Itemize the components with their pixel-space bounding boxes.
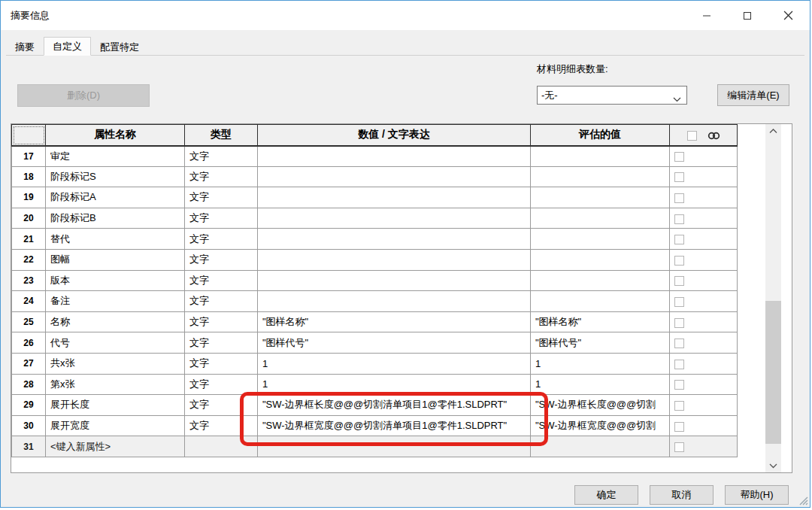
value-expression-cell[interactable] bbox=[258, 291, 531, 312]
type-cell[interactable]: 文字 bbox=[185, 208, 258, 229]
vertical-scrollbar[interactable] bbox=[765, 124, 781, 472]
resize-grip[interactable] bbox=[797, 494, 808, 505]
type-cell[interactable]: 文字 bbox=[185, 166, 258, 187]
row-number-cell[interactable]: 24 bbox=[12, 291, 46, 312]
row-number-cell[interactable]: 17 bbox=[12, 146, 46, 167]
row-number-cell[interactable]: 20 bbox=[12, 208, 46, 229]
property-name-cell[interactable]: 版本 bbox=[46, 270, 185, 291]
header-value-expression[interactable]: 数值 / 文字表达 bbox=[258, 125, 531, 146]
tab-config-specific[interactable]: 配置特定 bbox=[91, 39, 148, 55]
type-cell[interactable]: 文字 bbox=[185, 229, 258, 250]
row-number-cell[interactable]: 21 bbox=[12, 229, 46, 250]
property-name-cell[interactable]: 替代 bbox=[46, 229, 185, 250]
delete-button[interactable]: 删除(D) bbox=[17, 84, 150, 107]
row-number-cell[interactable]: 19 bbox=[12, 187, 46, 208]
type-cell[interactable] bbox=[185, 436, 258, 457]
value-expression-cell[interactable] bbox=[258, 229, 531, 250]
header-link-column[interactable] bbox=[670, 125, 738, 146]
header-type[interactable]: 类型 bbox=[185, 125, 258, 146]
row-number-cell[interactable]: 28 bbox=[12, 374, 46, 395]
scroll-up-button[interactable] bbox=[765, 124, 781, 138]
type-cell[interactable]: 文字 bbox=[185, 374, 258, 395]
close-button[interactable] bbox=[768, 1, 808, 30]
scroll-down-button[interactable] bbox=[765, 459, 781, 472]
link-checkbox[interactable] bbox=[674, 360, 684, 369]
link-checkbox[interactable] bbox=[674, 235, 684, 244]
type-cell[interactable]: 文字 bbox=[185, 415, 258, 436]
tab-custom[interactable]: 自定义 bbox=[44, 37, 91, 56]
link-checkbox[interactable] bbox=[674, 442, 684, 452]
property-name-cell[interactable]: 代号 bbox=[46, 332, 185, 354]
property-name-cell[interactable]: 共x张 bbox=[46, 353, 185, 374]
help-button[interactable]: 帮助(H) bbox=[725, 485, 789, 505]
cancel-button[interactable]: 取消 bbox=[650, 485, 714, 505]
property-name-cell[interactable]: 阶段标记S bbox=[46, 166, 185, 187]
scrollbar-thumb[interactable] bbox=[765, 301, 781, 444]
row-number-cell[interactable]: 27 bbox=[12, 353, 46, 374]
link-checkbox[interactable] bbox=[674, 256, 684, 266]
header-evaluated-value[interactable]: 评估的值 bbox=[531, 125, 670, 146]
value-expression-cell[interactable] bbox=[258, 166, 531, 187]
link-checkbox[interactable] bbox=[674, 214, 684, 224]
value-expression-cell[interactable]: 1 bbox=[258, 353, 531, 374]
header-property-name[interactable]: 属性名称 bbox=[46, 125, 185, 146]
minimize-button[interactable] bbox=[686, 1, 727, 30]
property-name-cell[interactable]: 阶段标记B bbox=[46, 208, 185, 229]
header-checkbox[interactable] bbox=[687, 131, 697, 141]
link-checkbox[interactable] bbox=[674, 380, 684, 390]
property-name-cell[interactable]: 展开长度 bbox=[46, 395, 185, 416]
property-name-cell[interactable]: <键入新属性> bbox=[46, 436, 185, 457]
link-checkbox[interactable] bbox=[674, 401, 684, 411]
evaluated-value-cell bbox=[531, 291, 670, 312]
property-name-cell[interactable]: 图幅 bbox=[46, 249, 185, 270]
type-cell[interactable]: 文字 bbox=[185, 270, 258, 291]
property-name-cell[interactable]: 展开宽度 bbox=[46, 415, 185, 436]
type-cell[interactable]: 文字 bbox=[185, 187, 258, 208]
link-checkbox[interactable] bbox=[674, 318, 684, 328]
row-number-cell[interactable]: 25 bbox=[12, 311, 46, 332]
value-expression-cell[interactable]: 1 bbox=[258, 374, 531, 395]
property-name-cell[interactable]: 审定 bbox=[46, 146, 185, 167]
value-expression-cell[interactable] bbox=[258, 249, 531, 270]
type-cell[interactable]: 文字 bbox=[185, 332, 258, 354]
tab-summary[interactable]: 摘要 bbox=[6, 39, 44, 55]
property-name-cell[interactable]: 名称 bbox=[46, 311, 185, 332]
property-name-cell[interactable]: 备注 bbox=[46, 291, 185, 312]
value-expression-cell[interactable] bbox=[258, 208, 531, 229]
value-expression-cell[interactable]: "图样代号" bbox=[258, 332, 531, 354]
link-checkbox[interactable] bbox=[674, 338, 684, 348]
property-name-cell[interactable]: 阶段标记A bbox=[46, 187, 185, 208]
row-number-cell[interactable]: 18 bbox=[12, 166, 46, 187]
maximize-button[interactable] bbox=[727, 1, 768, 30]
edit-list-button[interactable]: 编辑清单(E) bbox=[717, 84, 789, 106]
link-checkbox[interactable] bbox=[674, 297, 684, 307]
type-cell[interactable]: 文字 bbox=[185, 395, 258, 416]
type-cell[interactable]: 文字 bbox=[185, 291, 258, 312]
header-corner-cell[interactable] bbox=[12, 125, 46, 146]
value-expression-cell[interactable] bbox=[258, 187, 531, 208]
link-checkbox[interactable] bbox=[674, 172, 684, 182]
link-checkbox[interactable] bbox=[674, 152, 684, 162]
row-number-cell[interactable]: 22 bbox=[12, 249, 46, 270]
row-number-cell[interactable]: 23 bbox=[12, 270, 46, 291]
value-expression-cell[interactable]: "图样名称" bbox=[258, 311, 531, 332]
value-expression-cell[interactable] bbox=[258, 436, 531, 457]
type-cell[interactable]: 文字 bbox=[185, 311, 258, 332]
type-cell[interactable]: 文字 bbox=[185, 146, 258, 167]
row-number-cell[interactable]: 29 bbox=[12, 395, 46, 416]
row-number-cell[interactable]: 30 bbox=[12, 415, 46, 436]
type-cell[interactable]: 文字 bbox=[185, 249, 258, 270]
link-checkbox[interactable] bbox=[674, 193, 684, 203]
value-expression-cell[interactable] bbox=[258, 146, 531, 167]
bom-quantity-select[interactable]: -无- bbox=[537, 86, 687, 105]
ok-button[interactable]: 确定 bbox=[574, 485, 638, 505]
type-cell[interactable]: 文字 bbox=[185, 353, 258, 374]
value-expression-cell[interactable] bbox=[258, 270, 531, 291]
row-number-cell[interactable]: 31 bbox=[12, 436, 46, 457]
value-expression-cell[interactable]: "SW-边界框宽度@@@切割清单项目1@零件1.SLDPRT" bbox=[258, 415, 531, 436]
link-checkbox[interactable] bbox=[674, 422, 684, 432]
row-number-cell[interactable]: 26 bbox=[12, 332, 46, 354]
link-checkbox[interactable] bbox=[674, 276, 684, 286]
property-name-cell[interactable]: 第x张 bbox=[46, 374, 185, 395]
value-expression-cell[interactable]: "SW-边界框长度@@@切割清单项目1@零件1.SLDPRT" bbox=[258, 395, 531, 416]
